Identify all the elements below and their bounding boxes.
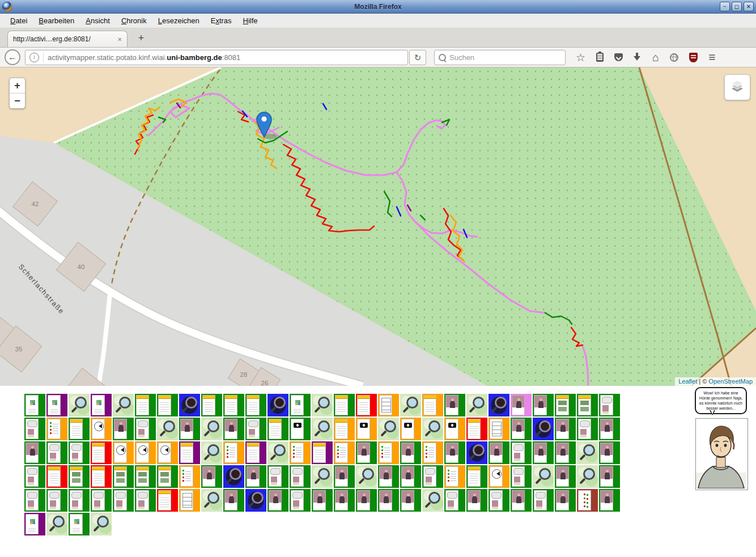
timeline-tile-portrait[interactable] — [599, 465, 620, 488]
timeline-tile-mapdark[interactable] — [267, 394, 288, 416]
timeline-tile-map[interactable] — [201, 441, 222, 464]
timeline-tile-check[interactable] — [223, 441, 244, 464]
hamburger-menu-icon[interactable]: ≡ — [708, 52, 715, 62]
timeline-tile-photos[interactable] — [113, 465, 134, 488]
timeline-tile-doc[interactable] — [223, 394, 244, 416]
timeline-tile-map[interactable] — [312, 394, 333, 416]
active-tab[interactable]: http://activi…erg.de:8081/ × — [7, 31, 128, 47]
timeline-tile-camera[interactable] — [444, 418, 465, 440]
timeline-tile-portrait[interactable] — [555, 418, 576, 440]
timeline-tile-portrait[interactable] — [555, 489, 576, 512]
timeline-tile-form[interactable] — [179, 489, 200, 512]
timeline-tile-map[interactable] — [69, 394, 90, 416]
menu-bearbeiten[interactable]: Bearbeiten — [33, 15, 80, 27]
timeline-tile-map[interactable] — [577, 465, 598, 488]
timeline-tile-map[interactable] — [312, 418, 333, 440]
timeline-tile-portrait[interactable] — [533, 394, 554, 416]
timeline-tile-app[interactable] — [24, 513, 45, 535]
timeline-tile-comic[interactable] — [46, 489, 67, 512]
timeline-tile-map[interactable] — [113, 394, 134, 416]
zoom-in-button[interactable]: + — [10, 78, 25, 93]
addon-globe-icon[interactable] — [670, 53, 678, 62]
timeline-tile-doc[interactable] — [267, 418, 288, 440]
timeline-tile-form[interactable] — [378, 394, 399, 416]
timeline-tile-photos[interactable] — [555, 394, 576, 416]
timeline-tile-comic[interactable] — [489, 489, 509, 512]
timeline-tile-portrait[interactable] — [179, 418, 200, 440]
timeline-tile-check[interactable] — [422, 441, 443, 464]
timeline-tile-hearts[interactable] — [577, 489, 598, 512]
menu-chronik[interactable]: Chronik — [116, 15, 152, 27]
timeline-tile-portrait[interactable] — [599, 489, 620, 512]
timeline-tile-check[interactable] — [444, 465, 465, 488]
timeline-tile-app[interactable] — [24, 394, 45, 416]
timeline-tile-comic[interactable] — [113, 489, 134, 512]
timeline-tile-check[interactable] — [290, 441, 311, 464]
timeline-tile-portrait[interactable] — [400, 465, 421, 488]
timeline-tile-portrait[interactable] — [599, 418, 620, 440]
timeline-tile-portrait[interactable] — [466, 489, 487, 512]
timeline-tile-doc[interactable] — [179, 441, 200, 464]
timeline-tile-portrait[interactable] — [444, 441, 465, 464]
timeline-tile-comic[interactable] — [46, 441, 67, 464]
timeline-tile-app[interactable] — [46, 394, 67, 416]
timeline-tile-comic[interactable] — [245, 418, 266, 440]
timeline-tile-map[interactable] — [157, 418, 178, 440]
timeline-tile-doc[interactable] — [201, 394, 222, 416]
timeline-tile-map[interactable] — [91, 513, 112, 535]
timeline-tile-portrait[interactable] — [201, 465, 222, 488]
menu-datei[interactable]: Datei — [5, 15, 33, 27]
url-bar[interactable]: i activitymapper.static.potato.kinf.wiai… — [25, 50, 408, 65]
timeline-tile-check[interactable] — [334, 441, 355, 464]
timeline-tile-doc[interactable] — [422, 394, 443, 416]
timeline-tile-comic[interactable] — [599, 394, 620, 416]
timeline-tile-comic[interactable] — [69, 441, 90, 464]
timeline-tile-app[interactable] — [69, 513, 90, 535]
timeline-tile-photos[interactable] — [69, 465, 90, 488]
timeline-tile-mapdark[interactable] — [223, 465, 244, 488]
timeline-tile-portrait[interactable] — [555, 441, 576, 464]
timeline-tile-comic[interactable] — [69, 489, 90, 512]
ublock-shield-icon[interactable] — [689, 53, 698, 62]
timeline-tile-doc[interactable] — [157, 394, 178, 416]
back-button[interactable]: ← — [5, 49, 20, 65]
reload-button[interactable]: ↻ — [409, 50, 426, 65]
timeline-tile-comic[interactable] — [267, 465, 288, 488]
timeline-tile-map[interactable] — [422, 418, 443, 440]
timeline-tile-map[interactable] — [533, 465, 554, 488]
timeline-tile-map[interactable] — [400, 394, 421, 416]
timeline-tile-comic[interactable] — [422, 465, 443, 488]
timeline-tile-app[interactable] — [290, 394, 311, 416]
leaflet-map[interactable]: 42403735332826 Scherlachstraße + − Leafl… — [0, 67, 756, 386]
timeline-tile-portrait[interactable] — [511, 394, 532, 416]
timeline-tile-mapdark[interactable] — [179, 394, 200, 416]
timeline-tile-comic[interactable] — [24, 418, 45, 440]
timeline-tile-doc[interactable] — [157, 489, 178, 512]
timeline-tile-portrait[interactable] — [312, 489, 333, 512]
timeline-tile-comic[interactable] — [511, 441, 532, 464]
menu-extras[interactable]: Extras — [205, 15, 237, 27]
timeline-tile-portrait[interactable] — [356, 441, 377, 464]
timeline-tile-comic[interactable] — [24, 489, 45, 512]
timeline-tile-portrait[interactable] — [378, 465, 399, 488]
pocket-icon[interactable] — [614, 53, 623, 61]
menu-lesezeichen[interactable]: Lesezeichen — [152, 15, 205, 27]
timeline-tile-check[interactable] — [46, 418, 67, 440]
timeline-tile-doc[interactable] — [245, 394, 266, 416]
menu-hilfe[interactable]: Hilfe — [237, 15, 264, 27]
zoom-out-button[interactable]: − — [10, 93, 25, 108]
timeline-tile-doc[interactable] — [334, 394, 355, 416]
timeline-tile-map[interactable] — [422, 489, 443, 512]
timeline-tile-mapdark[interactable] — [245, 489, 266, 512]
timeline-tile-portrait[interactable] — [400, 489, 421, 512]
timeline-tile-portrait[interactable] — [267, 489, 288, 512]
timeline-tile-portrait[interactable] — [599, 441, 620, 464]
timeline-tile-camera[interactable] — [400, 418, 421, 440]
timeline-tile-doc[interactable] — [91, 465, 112, 488]
timeline-tile-doc[interactable] — [69, 418, 90, 440]
timeline-tile-photos[interactable] — [577, 394, 598, 416]
menu-ansicht[interactable]: Ansicht — [80, 15, 116, 27]
home-icon[interactable]: ⌂ — [652, 52, 659, 62]
maximize-button[interactable]: ◻ — [732, 2, 742, 11]
timeline-tile-portrait[interactable] — [511, 489, 532, 512]
